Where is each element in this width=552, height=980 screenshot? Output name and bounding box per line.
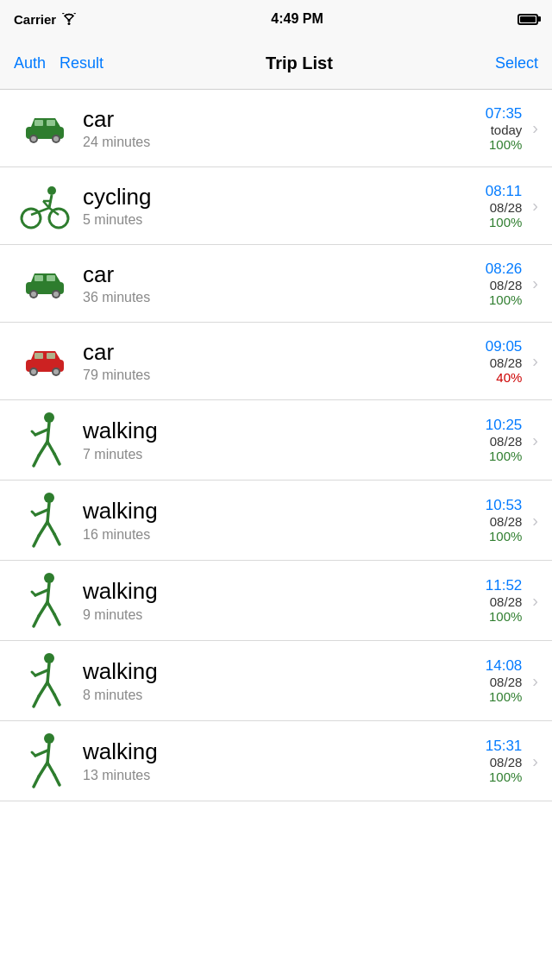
trip-confidence: 100% xyxy=(489,449,522,463)
trip-time: 08:26 xyxy=(486,261,523,278)
svg-line-60 xyxy=(47,682,54,694)
trip-confidence: 100% xyxy=(489,689,522,704)
svg-line-49 xyxy=(32,592,35,595)
trip-item[interactable]: walking 8 minutes 14:08 08/28 100% › xyxy=(0,641,552,721)
svg-point-46 xyxy=(44,573,54,583)
trip-item[interactable]: car 79 minutes 09:05 08/28 40% › xyxy=(0,323,552,400)
trip-confidence: 100% xyxy=(489,215,522,229)
trip-duration: 8 minutes xyxy=(83,688,453,703)
car-icon xyxy=(14,344,76,379)
walking-icon xyxy=(14,651,76,710)
svg-line-56 xyxy=(35,670,47,675)
nav-left[interactable]: Auth Result xyxy=(14,54,104,72)
trip-time: 10:53 xyxy=(486,497,523,514)
trip-info: walking 13 minutes xyxy=(76,738,453,782)
svg-line-45 xyxy=(54,534,60,544)
trip-info: walking 16 minutes xyxy=(76,498,453,542)
trip-duration: 5 minutes xyxy=(83,212,453,228)
trip-info: car 79 minutes xyxy=(76,339,453,383)
trip-info: cycling 5 minutes xyxy=(76,184,453,228)
trip-date: 08/28 xyxy=(490,200,523,215)
svg-line-33 xyxy=(32,431,35,435)
cycling-icon xyxy=(14,182,76,230)
chevron-right-icon: › xyxy=(532,118,538,138)
svg-rect-17 xyxy=(34,275,43,281)
svg-point-62 xyxy=(44,733,54,744)
trip-info: walking 7 minutes xyxy=(76,418,453,462)
trip-confidence: 100% xyxy=(489,137,522,152)
svg-line-63 xyxy=(47,744,49,763)
trip-date: 08/28 xyxy=(490,594,523,609)
svg-line-66 xyxy=(39,763,47,776)
svg-line-55 xyxy=(47,663,49,682)
svg-point-27 xyxy=(31,369,36,374)
trip-time: 08:11 xyxy=(486,183,523,200)
svg-rect-25 xyxy=(47,353,55,359)
trip-date: 08/28 xyxy=(490,514,523,529)
chevron-right-icon: › xyxy=(532,430,538,450)
trip-date: 08/28 xyxy=(490,355,523,370)
trip-time: 15:31 xyxy=(486,738,523,755)
svg-line-41 xyxy=(32,512,35,515)
nav-bar: Auth Result Trip List Select xyxy=(0,38,552,90)
svg-line-42 xyxy=(39,522,47,536)
trip-duration: 36 minutes xyxy=(83,290,453,305)
trip-item[interactable]: car 24 minutes 07:35 today 100% › xyxy=(0,90,552,167)
trip-meta: 08:11 08/28 100% xyxy=(453,183,522,229)
trip-item[interactable]: cycling 5 minutes 08:11 08/28 100% › xyxy=(0,167,552,245)
trip-mode: walking xyxy=(83,418,453,444)
trip-confidence: 100% xyxy=(489,529,522,543)
trip-mode: cycling xyxy=(83,184,453,210)
trip-item[interactable]: walking 13 minutes 15:31 08/28 100% › xyxy=(0,721,552,801)
status-time: 4:49 PM xyxy=(271,11,323,27)
trip-confidence: 100% xyxy=(489,770,522,784)
car-icon xyxy=(14,267,76,301)
walking-icon xyxy=(14,571,76,630)
svg-point-0 xyxy=(68,22,71,25)
result-button[interactable]: Result xyxy=(60,54,104,72)
trip-mode: car xyxy=(83,339,453,366)
svg-point-10 xyxy=(47,186,56,195)
trip-item[interactable]: car 36 minutes 08:26 08/28 100% › xyxy=(0,245,552,323)
trip-date: 08/28 xyxy=(490,278,523,292)
svg-rect-2 xyxy=(34,120,43,126)
trip-confidence: 100% xyxy=(489,609,522,624)
trip-date: 08/28 xyxy=(490,755,523,770)
auth-button[interactable]: Auth xyxy=(14,54,46,72)
trip-item[interactable]: walking 9 minutes 11:52 08/28 100% › xyxy=(0,561,552,641)
svg-point-20 xyxy=(31,292,36,297)
svg-line-52 xyxy=(47,602,54,614)
trip-info: car 24 minutes xyxy=(76,106,453,150)
svg-line-59 xyxy=(34,696,39,707)
trip-confidence: 40% xyxy=(496,370,522,385)
trip-mode: walking xyxy=(83,498,453,525)
trip-meta: 07:35 today 100% xyxy=(453,105,522,152)
trip-info: walking 9 minutes xyxy=(76,578,453,622)
svg-line-48 xyxy=(35,590,47,595)
svg-line-43 xyxy=(34,536,39,546)
select-button[interactable]: Select xyxy=(495,54,538,72)
trip-item[interactable]: walking 16 minutes 10:53 08/28 100% › xyxy=(0,481,552,561)
chevron-right-icon: › xyxy=(532,591,538,611)
trip-date: 08/28 xyxy=(490,675,523,689)
svg-line-61 xyxy=(54,694,60,705)
trip-info: car 36 minutes xyxy=(76,261,453,305)
svg-point-5 xyxy=(31,136,36,141)
svg-rect-24 xyxy=(34,353,43,359)
page-title: Trip List xyxy=(266,53,333,73)
trip-time: 07:35 xyxy=(486,105,523,122)
trip-time: 14:08 xyxy=(486,657,523,675)
trip-item[interactable]: walking 7 minutes 10:25 08/28 100% › xyxy=(0,400,552,481)
svg-line-47 xyxy=(47,583,49,602)
svg-rect-18 xyxy=(47,275,55,281)
trip-duration: 24 minutes xyxy=(83,135,453,150)
chevron-right-icon: › xyxy=(532,751,538,771)
svg-line-36 xyxy=(47,442,54,454)
carrier-label: Carrier xyxy=(14,12,56,27)
trip-meta: 14:08 08/28 100% xyxy=(453,657,522,704)
trip-meta: 11:52 08/28 100% xyxy=(453,577,522,624)
svg-line-39 xyxy=(47,503,49,522)
trip-info: walking 8 minutes xyxy=(76,658,453,702)
svg-line-44 xyxy=(47,522,54,534)
trip-mode: walking xyxy=(83,738,453,765)
